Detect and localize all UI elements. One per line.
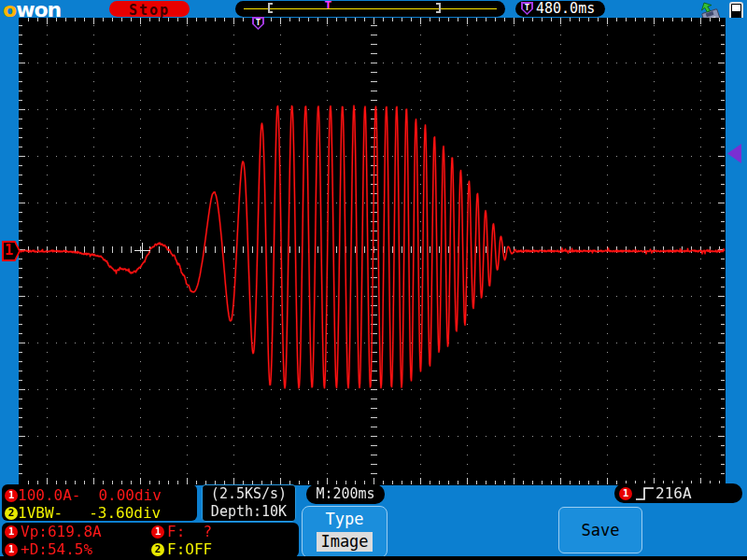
timebase-pill: M:200ms [306,484,385,504]
window-right-bracket [436,3,441,13]
horizontal-position-slider[interactable]: T [235,1,505,17]
timebase-value: M:200ms [316,485,374,502]
trigger-info-pill: 1 216A [614,483,742,503]
meas-vp: Vp:619.8A [21,524,102,540]
rising-edge-icon [635,486,655,501]
type-button-value: Image [317,532,372,552]
save-button[interactable]: Save [558,507,642,553]
trigger-time-icon: T [521,2,533,15]
ch1-readout: 1100.0A-0.00div [2,486,197,504]
trigger-time-pill: T 480.0ms [515,1,605,17]
freq1: F: ? [167,524,212,540]
bottom-strip [0,556,747,560]
waveform-display [19,18,726,485]
freq2-badge: 2 [151,543,164,556]
slider-track [244,8,497,9]
meas-duty-badge: 1 [5,543,18,556]
oscilloscope-screen: { "brand": {"logo_o": "o", "logo_won": "… [0,0,747,560]
save-button-label: Save [582,521,620,539]
trigger-badge: 1 [619,487,632,500]
sample-rate-box: (2.5KS/s) Depth:10K [202,484,296,522]
trigger-time-value: 480.0ms [536,1,595,17]
sample-rate: (2.5KS/s) [203,485,295,503]
acquisition-status-label: Stop [129,2,170,19]
measurement-box: 1Vp:619.8A 1F: ? 1+D:54.5% 2F:OFF [2,523,299,557]
meas-vp-badge: 1 [5,525,18,539]
top-bar: owon Stop T T 480.0ms [0,0,747,18]
measurement-row-1: 1Vp:619.8A 1F: ? [2,523,299,540]
acquisition-status-pill[interactable]: Stop [109,1,190,17]
trigger-level-value: 216A [655,485,692,502]
ch2-offset: -3.60div [89,505,161,522]
meas-duty: +D:54.5% [21,541,92,558]
ch1-offset: 0.00div [98,487,161,504]
right-margin [726,18,747,485]
freq1-badge: 1 [151,525,164,539]
ch2-badge: 2 [5,507,18,520]
type-button-label: Type [303,507,387,532]
channel-readout-box: 1100.0A-0.00div 21VBW--3.60div [2,484,197,521]
slider-trigger-marker[interactable]: T [325,1,331,9]
record-depth: Depth:10K [203,503,295,521]
freq2: F:OFF [167,541,212,558]
type-button[interactable]: Type Image [302,506,388,558]
window-left-bracket [268,3,273,13]
ch1-scale: 100.0A- [18,487,80,504]
ch1-badge: 1 [5,489,18,502]
ch2-scale: 1VBW- [18,505,63,522]
ch2-readout: 21VBW--3.60div [2,504,197,522]
